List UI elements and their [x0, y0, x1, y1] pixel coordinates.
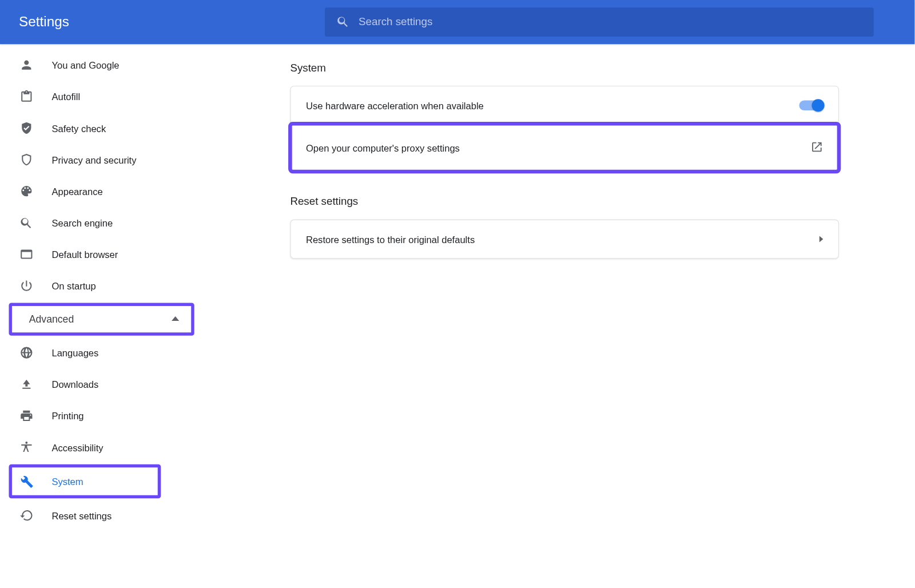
- print-icon: [19, 408, 34, 423]
- card-system: Use hardware acceleration when available…: [290, 86, 839, 172]
- sidebar-item-languages[interactable]: Languages: [0, 337, 197, 368]
- search-icon: [19, 215, 34, 230]
- card-reset: Restore settings to their original defau…: [290, 220, 839, 259]
- search-input[interactable]: [359, 16, 862, 29]
- chevron-right-icon: [819, 236, 824, 243]
- sidebar-item-label: Accessibility: [51, 442, 103, 453]
- clipboard-icon: [19, 89, 34, 104]
- sidebar-item-label: Safety check: [51, 123, 106, 134]
- sidebar-advanced-label: Advanced: [29, 313, 74, 325]
- sidebar-item-system[interactable]: System: [10, 466, 160, 497]
- row-open-proxy-settings[interactable]: Open your computer's proxy settings: [291, 124, 838, 171]
- sidebar-item-default-browser[interactable]: Default browser: [0, 239, 197, 270]
- sidebar-item-printing[interactable]: Printing: [0, 400, 197, 431]
- sidebar: You and Google Autofill Safety check Pri…: [0, 44, 198, 549]
- sidebar-item-label: Reset settings: [51, 510, 112, 521]
- browser-icon: [19, 247, 34, 261]
- main-content: System Use hardware acceleration when av…: [198, 44, 914, 549]
- sidebar-item-on-startup[interactable]: On startup: [0, 270, 197, 301]
- sidebar-item-label: Privacy and security: [51, 154, 136, 165]
- sidebar-item-safety-check[interactable]: Safety check: [0, 112, 197, 144]
- person-icon: [19, 57, 34, 72]
- sidebar-item-privacy-security[interactable]: Privacy and security: [0, 144, 197, 175]
- sidebar-item-label: Downloads: [51, 379, 98, 390]
- launch-icon: [810, 140, 823, 154]
- power-icon: [19, 278, 34, 293]
- sidebar-item-label: Default browser: [51, 249, 118, 260]
- palette-icon: [19, 184, 34, 198]
- sidebar-item-label: Appearance: [51, 186, 102, 197]
- sidebar-item-downloads[interactable]: Downloads: [0, 368, 197, 400]
- sidebar-item-label: Search engine: [51, 217, 113, 228]
- sidebar-item-label: System: [51, 476, 83, 487]
- sidebar-item-appearance[interactable]: Appearance: [0, 176, 197, 207]
- toggle-hardware-acceleration[interactable]: [799, 100, 824, 110]
- sidebar-item-label: You and Google: [51, 59, 119, 70]
- sidebar-advanced-toggle[interactable]: Advanced: [10, 304, 193, 335]
- shield-icon: [19, 152, 34, 167]
- accessibility-icon: [19, 440, 34, 455]
- sidebar-item-search-engine[interactable]: Search engine: [0, 207, 197, 239]
- globe-icon: [19, 345, 34, 360]
- chevron-up-icon: [172, 313, 179, 325]
- wrench-icon: [19, 474, 34, 488]
- section-title-system: System: [290, 62, 914, 74]
- section-title-reset: Reset settings: [290, 196, 914, 208]
- row-label: Restore settings to their original defau…: [306, 234, 475, 245]
- sidebar-item-autofill[interactable]: Autofill: [0, 81, 197, 112]
- sidebar-item-label: Autofill: [51, 91, 80, 102]
- sidebar-item-you-and-google[interactable]: You and Google: [0, 49, 197, 81]
- download-icon: [19, 376, 34, 391]
- header: Settings: [0, 0, 914, 44]
- page-title: Settings: [19, 14, 69, 30]
- sidebar-item-reset-settings[interactable]: Reset settings: [0, 500, 197, 531]
- sidebar-item-label: Printing: [51, 411, 83, 422]
- search-icon: [336, 14, 349, 30]
- row-hardware-acceleration[interactable]: Use hardware acceleration when available: [291, 86, 838, 124]
- row-restore-defaults[interactable]: Restore settings to their original defau…: [291, 220, 838, 258]
- row-label: Open your computer's proxy settings: [306, 142, 460, 153]
- sidebar-item-accessibility[interactable]: Accessibility: [0, 431, 197, 463]
- sidebar-item-label: On startup: [51, 280, 96, 291]
- restore-icon: [19, 508, 34, 523]
- sidebar-item-label: Languages: [51, 347, 98, 358]
- search-bar[interactable]: [324, 7, 873, 37]
- shield-check-icon: [19, 121, 34, 136]
- row-label: Use hardware acceleration when available: [306, 100, 484, 111]
